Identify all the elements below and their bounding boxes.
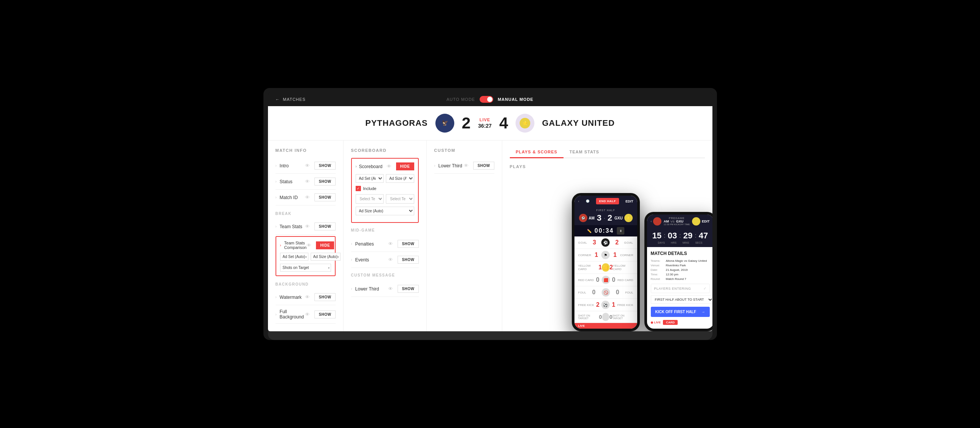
shot-label-right: SHOT ON TARGET (612, 314, 633, 320)
select-team-stat[interactable]: Select Team Stat (356, 194, 384, 204)
scoreboard-adsize2-select[interactable]: Ad Size (Auto) (356, 207, 414, 215)
red-label-right: RED CARD (617, 278, 633, 282)
team-stats-comparison-box: › Team StatsComparison 👁 HIDE (275, 236, 336, 276)
intro-eye-icon: 👁 (305, 163, 310, 168)
phone2-live-label: LIVE (654, 321, 661, 324)
match-info-title: MATCH INFO (275, 148, 336, 153)
phone1-stats-table: GOAL 3 ⚽ 2 GOAL CORNER 1 ⚑ (574, 236, 637, 329)
live-dot-icon (651, 322, 653, 324)
matches-link[interactable]: MATCHES (283, 97, 306, 101)
phone2-topbar: ‹ PREGAME AM VS GXU (647, 214, 713, 228)
tab-plays-scores[interactable]: PLAYS & SCORES (510, 147, 563, 158)
phone2-team1-abbr: AM (663, 219, 669, 223)
intro-show-button[interactable]: SHOW (315, 162, 335, 170)
top-bar-left[interactable]: ← MATCHES (275, 97, 306, 101)
include-checkbox[interactable]: ✓ (356, 186, 361, 191)
custom-lowerthird-show-button[interactable]: SHOW (473, 162, 494, 170)
penalties-show-button[interactable]: SHOW (398, 240, 418, 248)
teams-val: Altona Magic vs Galaxy United (666, 259, 707, 263)
live-badge: LIVE 36:27 (478, 117, 492, 129)
custom-lowerthird-eye-icon: 👁 (464, 163, 469, 168)
phone1-timer-control[interactable]: ⏸ (617, 227, 624, 235)
mode-toggle[interactable] (480, 96, 493, 103)
comparison-hide-button[interactable]: HIDE (316, 241, 334, 249)
main-content: PYTHAGORAS 🦅 2 LIVE 36:27 4 ⭐ GALAXY UNI… (268, 106, 713, 331)
goal-label-right: GOAL (624, 241, 633, 244)
ad-size-select[interactable]: Ad Size (Auto) (311, 253, 340, 261)
phone2-days-label: DAYS (658, 241, 665, 244)
matchid-label: Match ID (280, 195, 298, 200)
comparison-chevron-icon: › (280, 243, 281, 247)
goal-label-left: GOAL (578, 241, 587, 244)
team2-logo: ⭐ (515, 114, 535, 133)
watermark-show-button[interactable]: SHOW (315, 293, 335, 301)
events-eye-icon: 👁 (388, 257, 393, 263)
teamstats-show-button[interactable]: SHOW (315, 222, 335, 230)
intro-chevron-icon: › (275, 163, 277, 168)
phone1-score2: 2 (607, 213, 612, 223)
phone2-colon3: : (695, 232, 696, 239)
custom-lower-third-row: › Lower Third 👁 SHOW (434, 158, 494, 174)
phone2-pregame-label: PREGAME (663, 217, 690, 219)
corner-icon: ⚑ (601, 251, 609, 259)
corner-label-right: CORNER (620, 254, 633, 257)
background-label: BACKGROUND (275, 282, 336, 286)
penalties-eye-icon: 👁 (388, 241, 393, 247)
tabs-row: PLAYS & SCORES TEAM STATS (510, 147, 705, 158)
card-badge: CARD (663, 320, 678, 325)
ad-set-select[interactable]: Ad Set (Auto) (280, 253, 309, 261)
fullbg-eye-icon: 👁 (305, 312, 310, 317)
detail-round: Round: Match Round 7 (651, 277, 710, 281)
first-half-select[interactable]: FIRST HALF ABOUT TO START (651, 295, 713, 304)
panels-row: MATCH INFO › Intro 👁 SHOW › (268, 141, 713, 331)
custom-panel: CUSTOM › Lower Third 👁 SHOW (427, 141, 502, 331)
matchid-show-button[interactable]: SHOW (315, 193, 335, 201)
players-entering-label: PLAYERS ENTERING (654, 287, 691, 290)
yellow-val1: 1 (598, 264, 602, 271)
tab-team-stats[interactable]: TEAM STATS (563, 147, 605, 158)
include-label: Include (363, 186, 376, 191)
events-show-button[interactable]: SHOW (398, 256, 418, 264)
fullbg-show-button[interactable]: SHOW (315, 311, 335, 319)
corner-val1: 1 (595, 252, 598, 258)
status-show-button[interactable]: SHOW (315, 178, 335, 185)
foul-label-right: FOUL (625, 291, 633, 294)
matchid-eye-icon: 👁 (305, 195, 310, 200)
custom-lowerthird-chevron: › (434, 163, 435, 168)
phone2-vs-label: VS (670, 220, 675, 223)
team1-score: 2 (462, 114, 471, 132)
events-chevron-icon: › (351, 258, 352, 262)
match-info-panel: MATCH INFO › Intro 👁 SHOW › (268, 141, 344, 331)
shots-select[interactable]: Shots on Target (280, 264, 331, 272)
score-header: PYTHAGORAS 🦅 2 LIVE 36:27 4 ⭐ GALAXY UNI… (268, 106, 713, 141)
watermark-chevron-icon: › (275, 295, 277, 299)
comparison-eye-icon: 👁 (307, 243, 312, 248)
scoreboard-eye-icon: 👁 (387, 163, 391, 169)
events-label: Events (355, 257, 369, 263)
live-indicator: LIVE (651, 321, 661, 324)
custom-lowerthird-label: Lower Third (438, 163, 462, 168)
status-label: Status (280, 179, 293, 184)
comparison-label: Team StatsComparison (284, 241, 307, 250)
svg-text:🦅: 🦅 (441, 120, 448, 126)
fullbg-label: Full Background (280, 309, 305, 320)
shot-val2: 0 (609, 314, 612, 320)
laptop-wrapper: ← MATCHES AUTO MODE MANUAL MODE PYTHAGOR… (263, 88, 717, 340)
phone1-edit-label[interactable]: EDIT (625, 200, 633, 203)
phone2-mockup: ‹ PREGAME AM VS GXU (644, 212, 713, 331)
date-val: 21 August, 2019 (666, 268, 688, 272)
scoreboard-hide-button[interactable]: HIDE (396, 162, 414, 170)
phone2-colon1: : (663, 232, 665, 239)
phone2-edit-label[interactable]: EDIT (702, 219, 710, 223)
lowerthird-show-button[interactable]: SHOW (398, 285, 418, 293)
scoreboard-label: Scoreboard (359, 164, 382, 169)
select-team[interactable]: Select Team (386, 194, 414, 204)
phone1-endhalf-button[interactable]: END HALF (596, 198, 619, 204)
team2-score: 4 (499, 114, 508, 132)
scoreboard-adsize-select[interactable]: Ad Size (Auto) (386, 174, 414, 183)
scoreboard-chevron-icon: › (356, 164, 357, 168)
kickoff-button[interactable]: KICK OFF FIRST HALF → (651, 307, 710, 317)
scoreboard-adset-select[interactable]: Ad Set (Auto) (356, 174, 384, 183)
phone2-back-icon: ‹ (651, 219, 652, 223)
phone1-topbar: ‹ 🕐 END HALF EDIT (574, 196, 637, 207)
